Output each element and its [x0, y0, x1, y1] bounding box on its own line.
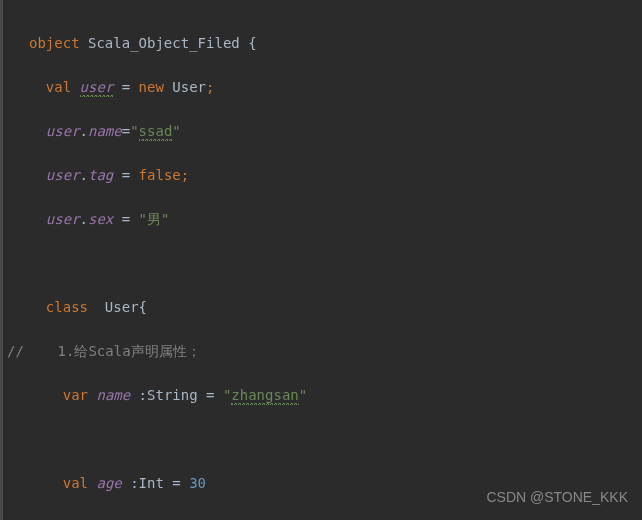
code-line: class User{ — [3, 296, 642, 318]
code-line — [3, 252, 642, 274]
string-literal: "男" — [139, 211, 170, 227]
keyword-false: false — [139, 167, 181, 183]
code-line: var name :String = "zhangsan" — [3, 384, 642, 406]
code-line: object Scala_Object_Filed { — [3, 32, 642, 54]
code-line: val user = new User; — [3, 76, 642, 98]
variable: user — [46, 211, 80, 227]
keyword-new: new — [139, 79, 164, 95]
variable: user — [46, 123, 80, 139]
variable: name — [96, 387, 130, 403]
class-name: User{ — [88, 299, 147, 315]
property: sex — [88, 211, 113, 227]
variable: user — [80, 79, 114, 97]
keyword-val: val — [46, 79, 71, 95]
comment: // 1.给Scala声明属性； — [7, 343, 201, 359]
property: tag — [88, 167, 113, 183]
keyword-var: var — [63, 387, 88, 403]
type-name: User — [164, 79, 206, 95]
code-line — [3, 428, 642, 450]
watermark: CSDN @STONE_KKK — [486, 486, 628, 508]
number-literal: 30 — [189, 475, 206, 491]
keyword-val: val — [63, 475, 88, 491]
code-line — [3, 516, 642, 520]
keyword-object: object — [29, 35, 80, 51]
string-literal: zhangsan — [231, 387, 298, 405]
identifier: Scala_Object_Filed — [88, 35, 240, 51]
property: name — [88, 123, 122, 139]
variable: age — [96, 475, 121, 491]
keyword-class: class — [46, 299, 88, 315]
code-line: user.sex = "男" — [3, 208, 642, 230]
code-line: user.tag = false; — [3, 164, 642, 186]
variable: user — [46, 167, 80, 183]
code-line: // 1.给Scala声明属性； — [3, 340, 642, 362]
string-literal: ssad — [139, 123, 173, 141]
code-editor[interactable]: object Scala_Object_Filed { val user = n… — [3, 0, 642, 520]
code-line: user.name="ssad" — [3, 120, 642, 142]
